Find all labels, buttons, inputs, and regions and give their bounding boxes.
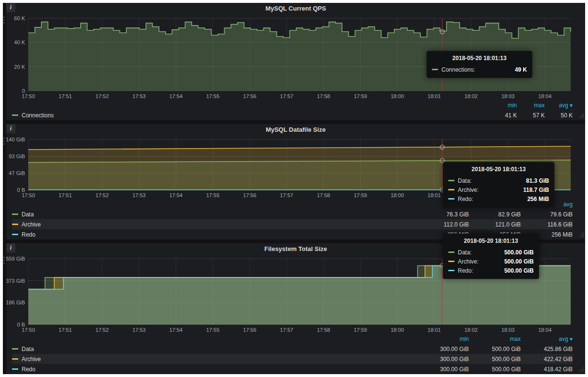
svg-text:17:53: 17:53 [133, 327, 146, 333]
svg-text:93 GiB: 93 GiB [9, 153, 25, 159]
svg-text:17:59: 17:59 [354, 327, 367, 333]
svg-text:17:57: 17:57 [280, 192, 294, 198]
series-name: Archive [22, 356, 41, 363]
series-name: Data [22, 346, 34, 352]
tooltip-series-label: Redo: [458, 196, 473, 202]
svg-text:18:01: 18:01 [428, 192, 441, 198]
tooltip-row: Redo:256 MiB [448, 194, 549, 203]
tooltip-row: Connections:49 K [432, 65, 527, 74]
series-name: Data [22, 211, 34, 218]
y-axis: 0 B186 GiB373 GiB559 GiB [6, 256, 25, 327]
svg-text:17:55: 17:55 [206, 93, 220, 99]
svg-text:17:53: 17:53 [133, 93, 146, 99]
svg-text:17:57: 17:57 [280, 93, 294, 99]
svg-text:17:59: 17:59 [354, 192, 367, 198]
series-color-icon [448, 189, 454, 190]
svg-text:140 GiB: 140 GiB [6, 137, 25, 142]
panel-info-corner[interactable]: i [6, 124, 15, 133]
series-color-icon [448, 251, 454, 253]
tooltip-series-label: Data: [458, 249, 472, 256]
svg-text:17:57: 17:57 [280, 327, 294, 333]
series-color-icon [12, 348, 18, 350]
panel-info-corner[interactable]: i [6, 3, 15, 12]
series-toggle-redo[interactable]: Redo [12, 366, 417, 373]
panel-resize-handle[interactable] [579, 111, 584, 120]
legend-col-header-min[interactable]: min [417, 336, 469, 342]
legend-stat-value: 300.00 GiB [417, 366, 469, 373]
legend-stat-value: 57 K [517, 112, 545, 119]
legend-stat-value: 121.0 GiB [469, 221, 521, 228]
resize-grip-icon [579, 367, 584, 372]
legend-col-header-avg[interactable]: avg ▾ [545, 102, 573, 109]
panel-drag-handle[interactable] [3, 138, 5, 145]
svg-text:17:54: 17:54 [169, 327, 183, 333]
legend-stat-value: 112.0 GiB [417, 221, 469, 228]
tooltip-value: 500.00 GiB [504, 267, 534, 274]
svg-text:17:55: 17:55 [206, 327, 220, 333]
legend-col-header-min[interactable]: min [489, 102, 517, 109]
tooltip-row: Data:81.3 GiB [448, 176, 549, 185]
legend-stat-value: 418.42 GiB [521, 366, 573, 373]
tooltip-row: Data:500.00 GiB [448, 248, 534, 257]
y-axis: 0 B47 GiB93 GiB140 GiB [6, 137, 25, 193]
legend-stat-value: 422.42 GiB [521, 356, 573, 363]
legend-col-header-avg[interactable]: avg ▾ [521, 336, 573, 342]
series-color-icon [12, 214, 18, 215]
tooltip-value: 500.00 GiB [504, 258, 534, 265]
tooltip-filesystem: 2018-05-20 18:01:13 Data:500.00 GiBArchi… [443, 234, 539, 279]
tooltip-value: 49 K [515, 66, 527, 73]
svg-text:17:58: 17:58 [317, 192, 331, 198]
legend-header: minmaxavg ▾ [12, 101, 573, 110]
x-axis: 17:5017:5117:5217:5317:5417:5517:5617:57… [22, 327, 551, 333]
series-toggle-connections[interactable]: Connections [12, 112, 489, 119]
series-name: Connections [22, 112, 54, 119]
series-color-icon [448, 180, 454, 181]
series-toggle-archive[interactable]: Archive [12, 356, 417, 363]
legend-col-header-max[interactable]: max [517, 102, 545, 109]
svg-text:17:51: 17:51 [59, 192, 72, 198]
panel-title[interactable]: MySQL Datafile Size [6, 124, 585, 136]
series-color-icon [12, 224, 18, 225]
series-name: Redo [22, 231, 36, 238]
legend-row: Data76.3 GiB82.9 GiB79.6 GiB [12, 209, 573, 219]
series-color-icon [432, 69, 438, 70]
svg-text:17:50: 17:50 [22, 192, 35, 198]
svg-text:17:59: 17:59 [354, 93, 367, 99]
panel-drag-handle[interactable] [3, 16, 5, 24]
svg-text:18:04: 18:04 [538, 93, 551, 99]
resize-grip-icon [579, 232, 584, 237]
svg-text:559 GiB: 559 GiB [6, 256, 25, 262]
y-axis: 020 K40 K60 K [14, 15, 25, 94]
svg-text:47 GiB: 47 GiB [9, 170, 25, 176]
svg-text:17:51: 17:51 [59, 327, 72, 333]
legend-stat-value: 76.3 GiB [417, 211, 469, 218]
panel-resize-handle[interactable] [579, 365, 584, 374]
info-icon: i [10, 125, 12, 132]
resize-grip-icon [579, 113, 584, 118]
svg-text:17:58: 17:58 [317, 93, 331, 99]
panel-drag-handle[interactable] [3, 257, 5, 264]
svg-text:18:01: 18:01 [428, 327, 441, 333]
legend-row: Connections41 K57 K50 K [12, 110, 573, 120]
series-color-icon [12, 368, 18, 370]
series-name: Redo [22, 366, 36, 373]
svg-text:17:52: 17:52 [96, 93, 109, 99]
svg-text:17:56: 17:56 [243, 192, 257, 198]
series-toggle-data[interactable]: Data [12, 346, 417, 352]
tooltip-row: Archive:118.7 GiB [448, 185, 549, 194]
legend-stat-value: 41 K [489, 112, 517, 119]
x-axis: 17:5017:5117:5217:5317:5417:5517:5617:57… [22, 93, 551, 99]
svg-text:186 GiB: 186 GiB [6, 300, 25, 305]
series-color-icon [12, 114, 18, 116]
series-toggle-archive[interactable]: Archive [12, 221, 417, 228]
panel-info-corner[interactable]: i [6, 243, 15, 252]
info-icon: i [10, 4, 12, 11]
legend-col-header-max[interactable]: max [469, 336, 521, 342]
series-toggle-redo[interactable]: Redo [12, 231, 417, 238]
svg-text:18:00: 18:00 [391, 192, 404, 198]
series-toggle-data[interactable]: Data [12, 211, 417, 218]
svg-text:60 K: 60 K [14, 15, 25, 21]
panel-resize-handle[interactable] [579, 230, 584, 239]
panel-title[interactable]: MySQL Current QPS [6, 3, 585, 14]
svg-text:17:54: 17:54 [169, 93, 183, 99]
